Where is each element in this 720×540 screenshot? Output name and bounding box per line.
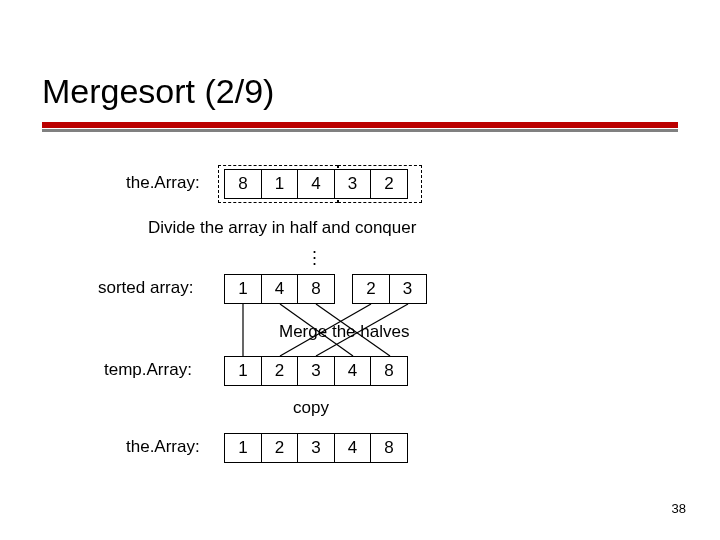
array-temp: 1 2 3 4 8 (224, 356, 408, 386)
array-cell: 2 (370, 169, 408, 199)
caption-copy: copy (293, 398, 329, 418)
array-cell: 2 (261, 356, 299, 386)
array-cell: 2 (261, 433, 299, 463)
page-title: Mergesort (2/9) (42, 72, 274, 111)
label-the-array-2: the.Array: (126, 437, 200, 457)
caption-divide: Divide the array in half and conquer (148, 218, 416, 238)
title-rule (42, 122, 678, 132)
array-cell: 4 (334, 356, 372, 386)
array-cell: 1 (224, 356, 262, 386)
slide-number: 38 (672, 501, 686, 516)
array-cell: 8 (224, 169, 262, 199)
array-cell: 3 (297, 356, 335, 386)
caption-merge: Merge the halves (279, 322, 409, 342)
array-sorted-left: 1 4 8 (224, 274, 335, 304)
label-the-array-1: the.Array: (126, 173, 200, 193)
vertical-dots: ... (312, 244, 317, 262)
label-temp-array: temp.Array: (104, 360, 192, 380)
array-cell: 3 (389, 274, 427, 304)
array-cell: 3 (334, 169, 372, 199)
array-cell: 1 (224, 274, 262, 304)
array-cell: 1 (224, 433, 262, 463)
array-sorted-right: 2 3 (352, 274, 427, 304)
array-cell: 8 (297, 274, 335, 304)
array-cell: 4 (334, 433, 372, 463)
array-cell: 1 (261, 169, 299, 199)
array-input: 8 1 4 3 2 (224, 169, 408, 199)
array-cell: 3 (297, 433, 335, 463)
array-cell: 4 (261, 274, 299, 304)
array-cell: 2 (352, 274, 390, 304)
label-sorted-array: sorted array: (98, 278, 193, 298)
array-cell: 8 (370, 356, 408, 386)
array-cell: 8 (370, 433, 408, 463)
array-final: 1 2 3 4 8 (224, 433, 408, 463)
array-cell: 4 (297, 169, 335, 199)
